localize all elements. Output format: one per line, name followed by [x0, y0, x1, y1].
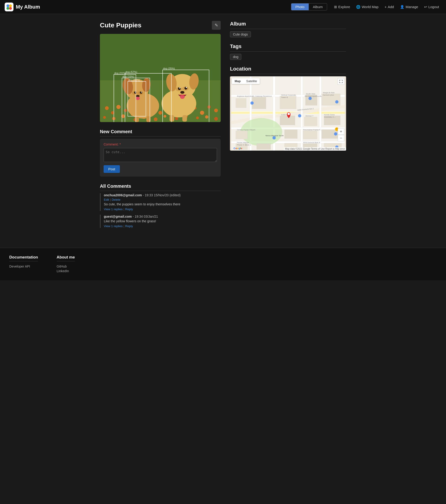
svg-text:dog (35%): dog (35%): [163, 67, 175, 70]
footer-linkedin-link[interactable]: LinkedIn: [57, 269, 69, 273]
footer-developer-api-link[interactable]: Developer API: [9, 264, 30, 269]
all-comments-title: All Comments: [100, 183, 221, 191]
navbar: My Album Photo Album ⊞ Explore 🌐 World M…: [0, 0, 446, 14]
svg-point-10: [124, 109, 127, 112]
svg-rect-63: [182, 115, 187, 122]
photo-illustration: dog (33%) dog (57%) dog (31%) dog (41%) …: [100, 34, 221, 122]
delete-comment-button[interactable]: Delete: [112, 198, 120, 201]
edit-comment-button[interactable]: Edit: [104, 198, 109, 201]
svg-point-125: [335, 100, 338, 104]
logout-icon: ↩: [424, 5, 427, 9]
comment-edit-actions: Edit | Delete: [104, 198, 221, 201]
nav-world-map[interactable]: 🌐 World Map: [354, 3, 381, 10]
comment-timestamp: - 19:33 15/Nov/20 (edited): [143, 193, 181, 197]
comment-reply-actions: View 1 replies | Reply: [104, 207, 221, 211]
svg-point-45: [141, 92, 142, 92]
comment-author: guest@gmail.com: [104, 215, 132, 218]
svg-text:Centrio Pantai Hillpark: Centrio Pantai Hillpark: [237, 129, 256, 131]
view-replies-button[interactable]: View 1 replies: [104, 207, 123, 211]
svg-text:KL Gateway Residence: KL Gateway Residence: [252, 95, 272, 97]
svg-point-58: [179, 88, 180, 89]
footer-github-link[interactable]: GitHub: [57, 264, 67, 269]
comment-meta: guest@gmail.com - 19:34 03/Jan/21: [104, 215, 221, 218]
svg-point-127: [334, 132, 337, 136]
post-comment-button[interactable]: Post: [104, 165, 120, 173]
map-fullscreen-button[interactable]: [338, 78, 344, 85]
new-comment-title: New Comment: [100, 129, 221, 136]
nav-add[interactable]: + Add: [382, 3, 396, 10]
add-icon: +: [385, 5, 387, 9]
map-attribution: Map data ©2021 Google Terms of Use Repor…: [284, 147, 346, 151]
album-chip[interactable]: Cute dogs: [230, 31, 251, 37]
reply-button[interactable]: Reply: [125, 224, 133, 228]
svg-point-9: [116, 105, 120, 109]
svg-rect-93: [236, 131, 247, 139]
tags-section-title: Tags: [230, 43, 346, 52]
svg-point-1: [6, 4, 9, 7]
tab-photo[interactable]: Photo: [291, 3, 309, 10]
svg-text:Serviced Apartments: Serviced Apartments: [305, 95, 322, 97]
footer-documentation-title: Documentation: [9, 255, 38, 261]
svg-point-29: [154, 117, 157, 121]
tag-chip[interactable]: dog: [230, 54, 241, 60]
album-tags: Cute dogs: [230, 31, 346, 39]
svg-text:Kereta Sewa: Kereta Sewa: [324, 114, 335, 116]
reply-separator: |: [124, 224, 124, 228]
svg-point-43: [140, 91, 142, 94]
map-zoom-out-button[interactable]: −: [338, 135, 344, 141]
svg-rect-90: [280, 116, 295, 125]
svg-text:dog (33%): dog (33%): [122, 75, 134, 78]
svg-rect-0: [5, 2, 14, 11]
explore-icon: ⊞: [334, 5, 337, 9]
globe-icon: 🌐: [356, 5, 361, 9]
svg-point-123: [298, 114, 301, 117]
svg-point-61: [180, 95, 185, 99]
svg-rect-98: [257, 144, 271, 149]
map-tab-map[interactable]: Map: [232, 78, 243, 84]
brand-icon: [5, 2, 14, 11]
comment-reply-actions: View 1 replies | Reply: [104, 224, 221, 228]
comment-author: onchua2006@gmail.com: [104, 193, 142, 197]
brand: My Album: [5, 2, 40, 11]
photo-album-tab-group: Photo Album: [291, 3, 327, 10]
view-replies-button[interactable]: View 1 replies: [104, 224, 123, 228]
svg-rect-6: [100, 80, 221, 122]
comment-meta: onchua2006@gmail.com - 19:33 15/Nov/20 (…: [104, 193, 221, 197]
map-tab-satellite[interactable]: Satellite: [243, 78, 260, 84]
svg-text:South View: South View: [306, 93, 315, 95]
nav-logout[interactable]: ↩ Logout: [422, 3, 441, 10]
svg-text:Phase 2- Block 1: Phase 2- Block 1: [237, 144, 251, 146]
svg-rect-91: [304, 117, 317, 126]
svg-point-31: [175, 117, 178, 120]
brand-label: My Album: [16, 4, 40, 10]
album-section-title: Album: [230, 21, 346, 29]
tab-album[interactable]: Album: [309, 3, 327, 10]
svg-point-2: [9, 4, 12, 7]
reply-separator: |: [124, 207, 124, 211]
edit-photo-button[interactable]: ✎: [212, 21, 221, 30]
svg-text:PPR Kerinchi Blok A: PPR Kerinchi Blok A: [303, 142, 320, 144]
svg-rect-79: [319, 76, 321, 151]
svg-point-60: [180, 91, 184, 94]
comment-textarea[interactable]: [104, 148, 217, 162]
comment-form: Comment: * Post: [100, 139, 221, 177]
svg-rect-96: [322, 130, 340, 139]
photo-tags: dog: [230, 54, 346, 61]
svg-point-124: [309, 97, 312, 100]
comment-label: Comment: *: [104, 143, 217, 146]
required-asterisk: *: [119, 143, 120, 146]
reply-button[interactable]: Reply: [125, 207, 133, 211]
map-controls: + −: [338, 128, 344, 141]
svg-point-4: [9, 7, 12, 10]
svg-point-7: [105, 106, 109, 110]
map-zoom-in-button[interactable]: +: [338, 128, 344, 135]
nav-explore[interactable]: ⊞ Explore: [332, 3, 352, 10]
svg-point-122: [251, 101, 254, 105]
nav-manage[interactable]: 👤 Manage: [398, 3, 420, 10]
photo-background: dog (33%) dog (57%) dog (31%) dog (41%) …: [100, 34, 221, 122]
svg-rect-85: [236, 98, 246, 108]
location-section-title: Location: [230, 66, 346, 74]
svg-text:Pantai Hillpark: Pantai Hillpark: [237, 142, 249, 144]
pencil-icon: ✎: [215, 23, 218, 28]
photo-title-row: Cute Puppies ✎: [100, 21, 221, 30]
